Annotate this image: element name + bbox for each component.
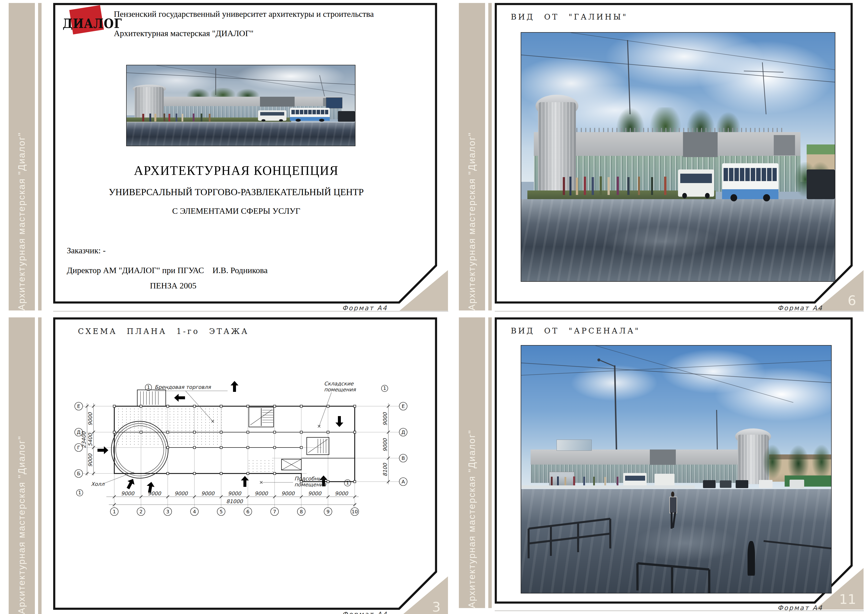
bottom-dimension-chain: 9000 9000 9000 9000 9000 9000 9000 9000 … bbox=[106, 490, 359, 506]
sidebar-stripe bbox=[488, 3, 492, 310]
person-jacket bbox=[670, 497, 677, 513]
wet-road bbox=[127, 122, 355, 146]
page-number: 3 bbox=[432, 599, 440, 614]
building-fascia bbox=[138, 97, 341, 107]
bottom-axis-bubbles: 1 2 3 4 5 6 7 8 9 10 bbox=[110, 508, 359, 516]
callout-number: 1 bbox=[346, 480, 349, 485]
sidebar-stripe bbox=[38, 3, 42, 310]
road-reflection bbox=[584, 222, 741, 271]
logo-wordmark: ДИАЛОГ bbox=[63, 16, 112, 31]
right-dim: 9000 bbox=[382, 412, 388, 426]
axis-letter: А bbox=[401, 479, 405, 485]
building-fill bbox=[111, 390, 355, 482]
bay-dim: 9000 bbox=[174, 490, 188, 496]
axis-number: 7 bbox=[273, 509, 276, 515]
label-storage: помещения bbox=[324, 387, 356, 392]
minibus bbox=[678, 169, 714, 197]
axis-number: 1 bbox=[113, 509, 116, 515]
axis-number: 10 bbox=[352, 509, 358, 515]
left-total-dim: 23400 bbox=[81, 431, 87, 448]
sidebar-stripe bbox=[488, 317, 492, 608]
bay-dim: 9000 bbox=[201, 490, 215, 496]
minibus-windows bbox=[680, 174, 712, 183]
total-dim: 81000 bbox=[226, 498, 243, 504]
bay-dim: 9000 bbox=[121, 490, 135, 496]
sidebar-label: Архитектурная мастерская "Диалог" bbox=[467, 333, 477, 608]
page-title: ВИД ОТ "ГАЛИНЫ" bbox=[511, 12, 628, 21]
photo-view-arsenal bbox=[521, 345, 832, 594]
wheel bbox=[262, 119, 265, 121]
sidebar-label: Архитектурная мастерская "Диалог" bbox=[17, 333, 27, 614]
bay-dim: 9000 bbox=[254, 490, 268, 496]
page-title: ВИД ОТ "АРСЕНАЛА" bbox=[511, 326, 640, 335]
studio-line: Архитектурная мастерская "ДИАЛОГ" bbox=[114, 29, 254, 38]
photo-view-galiny bbox=[521, 32, 835, 282]
axis-letter: Д bbox=[401, 429, 405, 435]
callout-number: 1 bbox=[78, 490, 81, 496]
sidebar-plan-page: Архитектурная мастерская "Диалог" bbox=[9, 317, 35, 614]
wheel bbox=[730, 194, 737, 202]
bay-dim: 9000 bbox=[335, 490, 348, 496]
sheet-frame bbox=[53, 3, 437, 304]
minibus bbox=[258, 110, 287, 121]
axis-number: 5 bbox=[220, 509, 223, 515]
trolleybus bbox=[290, 108, 330, 121]
label-utility: помещения bbox=[294, 482, 326, 488]
photo-building-front bbox=[126, 65, 355, 146]
axis-number: 4 bbox=[193, 509, 196, 515]
axis-number: 3 bbox=[166, 509, 169, 515]
main-title: АРХИТЕКТУРНАЯ КОНЦЕПЦИЯ bbox=[53, 163, 419, 178]
wheel bbox=[279, 119, 283, 121]
wheel bbox=[296, 119, 301, 121]
wheel bbox=[763, 194, 770, 202]
client-line: Заказчик: - bbox=[67, 246, 105, 255]
right-dimension-chain: 9000 9000 8100 Е Д В А bbox=[382, 402, 407, 485]
callout-number: 1 bbox=[147, 384, 150, 390]
label-utility: Подсобные bbox=[294, 476, 325, 482]
label-storage: Складские bbox=[324, 381, 354, 387]
format-label: Формат А4 bbox=[309, 304, 420, 312]
sidebar-label: Архитектурная мастерская "Диалог" bbox=[17, 19, 27, 310]
divider-line bbox=[495, 611, 864, 611]
person-head bbox=[671, 492, 674, 497]
dark-panel-right bbox=[774, 135, 795, 155]
axis-letter: Е bbox=[402, 403, 405, 409]
right-dim: 8100 bbox=[382, 463, 388, 476]
bollard bbox=[747, 541, 755, 576]
subtitle-2: С ЭЛЕМЕНТАМИ СФЕРЫ УСЛУГ bbox=[53, 206, 419, 216]
dialog-logo: ДИАЛОГ bbox=[63, 7, 112, 39]
dark-panel bbox=[260, 97, 294, 107]
floor-plan-drawing: 9000 9000 9000 9000 9000 9000 9000 9000 … bbox=[74, 375, 420, 518]
sidebar-label: Архитектурная мастерская "Диалог" bbox=[467, 19, 477, 310]
page-title: СХЕМА ПЛАНА 1-го ЭТАЖА bbox=[78, 327, 249, 336]
bay-dim: 9000 bbox=[308, 490, 322, 496]
city-year: ПЕНЗА 2005 bbox=[98, 281, 249, 290]
label-hall: Холл bbox=[91, 481, 105, 487]
divider-line bbox=[495, 311, 864, 312]
axis-letter: Г bbox=[77, 445, 80, 451]
subtitle-1: УНИВЕРСАЛЬНЫЙ ТОРГОВО-РАЗВЛЕКАТЕЛЬНЫЙ ЦЕ… bbox=[53, 186, 419, 197]
left-dim: 5400 bbox=[87, 433, 93, 447]
sheet-plan: СХЕМА ПЛАНА 1-го ЭТАЖА bbox=[53, 317, 437, 610]
axis-letter: В bbox=[401, 455, 405, 461]
sidebar-stripe bbox=[38, 317, 42, 614]
sidebar-galiny-page: Архитектурная мастерская "Диалог" bbox=[459, 3, 485, 310]
presentation-collage: Архитектурная мастерская "Диалог" ДИАЛОГ… bbox=[0, 0, 868, 614]
trolleybus bbox=[722, 163, 778, 199]
sheet-arsenal: ВИД ОТ "АРСЕНАЛА" bbox=[495, 317, 852, 604]
university-line: Пензенский государственный университет а… bbox=[114, 9, 374, 19]
left-dim: 9000 bbox=[87, 412, 93, 426]
pedestrians bbox=[559, 174, 691, 197]
format-label: Формат А4 bbox=[744, 304, 856, 312]
divider-line bbox=[53, 311, 448, 312]
dark-panel bbox=[683, 132, 718, 157]
callout-number: 1 bbox=[383, 385, 386, 391]
left-dimension-chain: 9000 5400 9000 23400 Е Д Г Б bbox=[75, 402, 95, 478]
right-dim: 9000 bbox=[382, 438, 388, 452]
sidebar-title-page: Архитектурная мастерская "Диалог" bbox=[9, 3, 35, 310]
sidebar-arsenal-page: Архитектурная мастерская "Диалог" bbox=[459, 317, 485, 608]
sheet-galiny: ВИД ОТ "ГАЛИНЫ" bbox=[495, 3, 852, 304]
trolleybus-windows bbox=[291, 110, 328, 115]
axis-letter: Д bbox=[77, 429, 81, 435]
format-label: Формат А4 bbox=[309, 611, 420, 614]
